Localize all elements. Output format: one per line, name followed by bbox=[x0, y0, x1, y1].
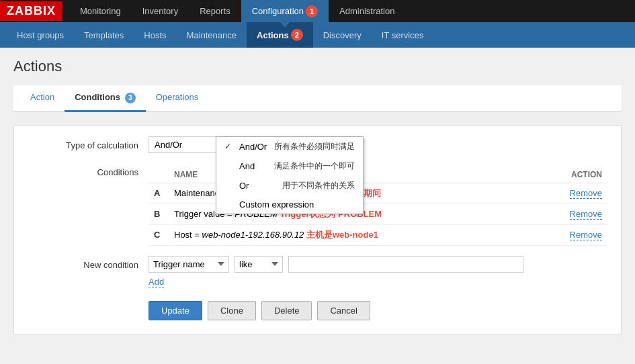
tab-action[interactable]: Action bbox=[20, 85, 65, 112]
dropdown-menu: ✓ And/Or 所有条件必须同时满足 And 满足条件中的一个即可 Or bbox=[216, 136, 364, 214]
nav-inventory[interactable]: Inventory bbox=[132, 0, 189, 22]
nav-administration[interactable]: Administration bbox=[329, 0, 405, 22]
page-content: Actions Action Conditions 3 Operations T… bbox=[0, 48, 635, 345]
condition-type-select[interactable]: Trigger name Trigger severity Trigger va… bbox=[149, 256, 229, 273]
subnav-templates[interactable]: Templates bbox=[74, 22, 134, 48]
dropdown-item-custom[interactable]: Custom expression bbox=[216, 195, 363, 214]
conditions-label: Conditions bbox=[28, 163, 149, 177]
remove-a[interactable]: Remove bbox=[570, 188, 602, 199]
nav-monitoring[interactable]: Monitoring bbox=[69, 0, 132, 22]
col-action: ACTION bbox=[535, 167, 607, 183]
new-condition-label: New condition bbox=[28, 256, 149, 270]
condition-value-input[interactable] bbox=[288, 256, 523, 273]
nav-configuration[interactable]: Configuration 1 bbox=[241, 0, 329, 22]
new-condition-field: Trigger name Trigger severity Trigger va… bbox=[149, 256, 607, 287]
clone-button[interactable]: Clone bbox=[208, 301, 256, 320]
new-condition-row: New condition Trigger name Trigger sever… bbox=[28, 256, 607, 287]
subnav-hostgroups[interactable]: Host groups bbox=[7, 22, 74, 48]
annotation-2: 2 bbox=[291, 29, 303, 41]
remove-c[interactable]: Remove bbox=[570, 230, 602, 240]
nav-reports[interactable]: Reports bbox=[189, 0, 241, 22]
subnav-maintenance[interactable]: Maintenance bbox=[177, 22, 247, 48]
cancel-button[interactable]: Cancel bbox=[317, 301, 370, 320]
remove-b[interactable]: Remove bbox=[570, 209, 602, 220]
condition-operator-select[interactable]: like not like = <> bbox=[235, 256, 283, 273]
subnav-itservices[interactable]: IT services bbox=[372, 22, 434, 48]
conditions-badge: 3 bbox=[125, 93, 136, 103]
logo: ZABBIX bbox=[0, 1, 62, 21]
add-condition-link[interactable]: Add bbox=[149, 277, 164, 287]
tabs-container: Action Conditions 3 Operations bbox=[13, 85, 622, 112]
update-button[interactable]: Update bbox=[149, 301, 202, 320]
annotation-1: 1 bbox=[306, 5, 318, 17]
type-of-calculation-label: Type of calculation bbox=[28, 136, 149, 150]
page-title: Actions bbox=[13, 58, 622, 75]
dropdown-item-or[interactable]: Or 用于不同条件的关系 bbox=[216, 176, 363, 195]
subnav-discovery[interactable]: Discovery bbox=[313, 22, 372, 48]
subnav-hosts[interactable]: Hosts bbox=[134, 22, 176, 48]
tab-conditions[interactable]: Conditions 3 bbox=[65, 85, 146, 112]
type-of-calculation-field: And/Or ✓ And/Or 所有条件必须同时满足 And 满足条件中的一个即… bbox=[149, 136, 607, 153]
dropdown-item-andor[interactable]: ✓ And/Or 所有条件必须同时满足 bbox=[216, 137, 363, 156]
dropdown-container: And/Or ✓ And/Or 所有条件必须同时满足 And 满足条件中的一个即… bbox=[149, 136, 256, 153]
check-icon: ✓ bbox=[224, 142, 234, 151]
form-area: Type of calculation And/Or ✓ And/Or 所有条件… bbox=[13, 126, 622, 334]
dropdown-item-and[interactable]: And 满足条件中的一个即可 bbox=[216, 156, 363, 176]
delete-button[interactable]: Delete bbox=[261, 301, 312, 320]
col-letter bbox=[149, 167, 169, 183]
sub-navigation: Host groups Templates Hosts Maintenance … bbox=[0, 22, 635, 48]
type-of-calculation-row: Type of calculation And/Or ✓ And/Or 所有条件… bbox=[28, 136, 607, 153]
table-row: C Host = web-node1-192.168.90.12 主机是web-… bbox=[149, 224, 607, 245]
top-navigation: ZABBIX Monitoring Inventory Reports Conf… bbox=[0, 0, 635, 22]
tab-operations[interactable]: Operations bbox=[146, 85, 209, 112]
top-nav-items: Monitoring Inventory Reports Configurati… bbox=[69, 0, 405, 22]
new-condition-controls: Trigger name Trigger severity Trigger va… bbox=[149, 256, 607, 273]
form-buttons: Update Clone Delete Cancel bbox=[28, 301, 607, 320]
